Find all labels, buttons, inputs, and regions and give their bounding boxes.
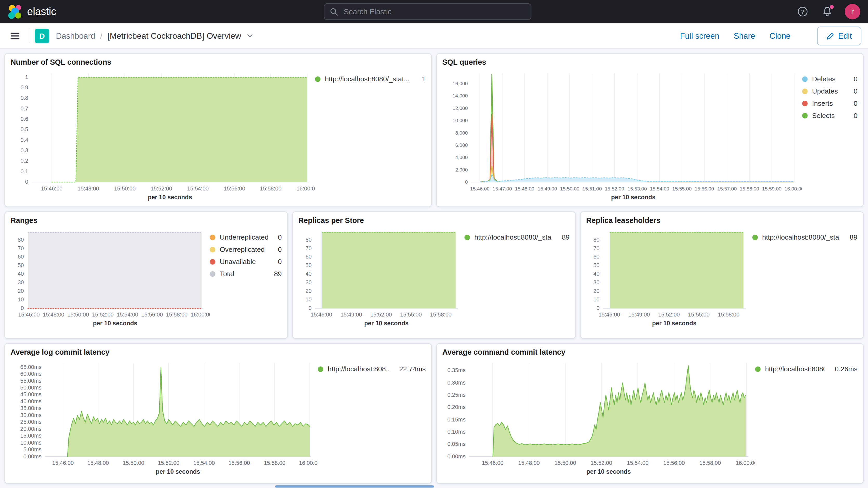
svg-text:45.00ms: 45.00ms: [20, 391, 41, 398]
svg-text:per 10 seconds: per 10 seconds: [611, 194, 656, 201]
search-input[interactable]: [343, 7, 525, 17]
svg-text:0: 0: [21, 305, 24, 311]
user-avatar[interactable]: r: [845, 4, 861, 20]
full-screen-button[interactable]: Full screen: [680, 31, 719, 40]
legend-series-dot: [752, 235, 757, 240]
panel-body: 0102030405060708015:46:0015:48:0015:50:0…: [10, 226, 282, 334]
panel-avg-log-commit-latency: Average log commit latency0.00ms5.00ms10…: [4, 343, 432, 484]
panel-title[interactable]: Average log commit latency: [10, 348, 426, 357]
svg-text:15:52:00: 15:52:00: [151, 186, 172, 192]
chart-avg-command-commit-latency[interactable]: 0.00ms0.05ms0.10ms0.15ms0.20ms0.25ms0.30…: [442, 358, 755, 479]
svg-text:15:47:00: 15:47:00: [493, 186, 512, 191]
svg-text:15:52:00: 15:52:00: [658, 311, 680, 318]
svg-text:15:52:00: 15:52:00: [158, 460, 180, 466]
legend: Deletes0Updates0Inserts0Selects0: [802, 67, 858, 202]
legend-series-label: http://localhost:8080...: [765, 365, 825, 373]
svg-text:15:46:00: 15:46:00: [311, 311, 332, 318]
svg-text:15:46:00: 15:46:00: [52, 460, 74, 466]
legend-item[interactable]: Selects0: [802, 112, 858, 120]
panel-title[interactable]: Average command commit latency: [442, 348, 858, 357]
svg-text:70: 70: [593, 245, 599, 251]
svg-text:0.30ms: 0.30ms: [447, 379, 466, 386]
svg-text:0.7: 0.7: [21, 105, 28, 112]
legend-item[interactable]: Underreplicated0: [210, 234, 282, 241]
svg-text:16:00:00: 16:00:00: [299, 460, 318, 466]
global-header: elastic ? r: [0, 0, 868, 23]
notifications-bell-icon[interactable]: [820, 5, 834, 18]
legend-item[interactable]: http://localhost:808...22.74ms: [318, 365, 426, 373]
legend-series-value: 0: [848, 75, 857, 83]
horizontal-scrollbar-thumb[interactable]: [275, 485, 434, 488]
panel-title[interactable]: Replica leaseholders: [586, 216, 857, 225]
svg-text:15:46:00: 15:46:00: [598, 311, 620, 318]
breadcrumb-dashboard-link[interactable]: Dashboard: [56, 31, 95, 40]
legend-item[interactable]: Deletes0: [802, 75, 858, 83]
elastic-home-link[interactable]: elastic: [8, 4, 56, 19]
panel-replica-leaseholders: Replica leaseholders0102030405060708015:…: [580, 212, 863, 339]
legend-item[interactable]: http://localhost:8080/_sta...89: [464, 234, 570, 241]
chart-ranges[interactable]: 0102030405060708015:46:0015:48:0015:50:0…: [10, 226, 210, 334]
legend-item[interactable]: Inserts0: [802, 99, 858, 107]
clone-button[interactable]: Clone: [770, 31, 790, 40]
global-search[interactable]: [324, 3, 531, 20]
svg-text:0.1: 0.1: [21, 169, 28, 175]
svg-text:6,000: 6,000: [455, 143, 468, 148]
svg-text:0: 0: [308, 305, 312, 311]
chart-sql-connections[interactable]: 00.10.20.30.40.50.60.70.80.9115:46:0015:…: [10, 67, 315, 202]
legend-series-value: 0: [848, 88, 857, 95]
svg-text:16:00:00: 16:00:00: [784, 186, 802, 191]
svg-text:15.00ms: 15.00ms: [20, 433, 41, 439]
svg-text:15:46:00: 15:46:00: [18, 311, 40, 318]
legend-series-dot: [210, 247, 215, 252]
legend-item[interactable]: http://localhost:8080/_sta...89: [752, 234, 857, 241]
svg-text:30: 30: [593, 279, 599, 285]
svg-text:20: 20: [305, 288, 312, 294]
svg-text:25.00ms: 25.00ms: [20, 419, 41, 425]
svg-text:15:50:00: 15:50:00: [123, 460, 144, 466]
legend-series-value: 89: [844, 234, 857, 241]
svg-text:15:58:00: 15:58:00: [264, 460, 285, 466]
help-icon[interactable]: ?: [796, 5, 809, 18]
legend-item[interactable]: Total89: [210, 270, 282, 278]
svg-text:15:49:00: 15:49:00: [538, 186, 557, 191]
legend-series-value: 1: [416, 75, 426, 83]
chart-replica-leaseholders[interactable]: 0102030405060708015:46:0015:49:0015:52:0…: [586, 226, 752, 334]
panel-title[interactable]: Replicas per Store: [298, 216, 570, 225]
edit-button[interactable]: Edit: [817, 26, 861, 45]
svg-text:15:54:00: 15:54:00: [187, 186, 209, 192]
svg-text:15:54:00: 15:54:00: [627, 460, 648, 466]
svg-text:15:52:00: 15:52:00: [591, 460, 612, 466]
svg-text:20.00ms: 20.00ms: [20, 426, 41, 432]
panel-title[interactable]: SQL queries: [442, 58, 858, 66]
chevron-down-icon[interactable]: [246, 32, 253, 39]
chart-sql-queries[interactable]: 02,0004,0006,0008,00010,00012,00014,0001…: [442, 67, 802, 202]
notification-dot: [830, 5, 834, 9]
svg-text:10: 10: [305, 297, 312, 303]
svg-text:4,000: 4,000: [455, 155, 468, 160]
legend-series-label: http://localhost:808...: [328, 365, 389, 373]
svg-text:5.00ms: 5.00ms: [23, 447, 41, 453]
chart-avg-log-commit-latency[interactable]: 0.00ms5.00ms10.00ms15.00ms20.00ms25.00ms…: [10, 358, 317, 479]
svg-text:50: 50: [305, 262, 312, 268]
svg-text:15:58:00: 15:58:00: [166, 311, 188, 318]
legend-item[interactable]: Overreplicated0: [210, 246, 282, 254]
legend-item[interactable]: http://localhost:8080/_stat...1: [315, 75, 426, 83]
svg-text:15:46:00: 15:46:00: [41, 186, 63, 192]
svg-text:0.10ms: 0.10ms: [447, 429, 466, 435]
share-button[interactable]: Share: [734, 31, 755, 40]
legend: http://localhost:8080/_sta...89: [752, 226, 857, 334]
elastic-logo-icon: [8, 4, 22, 19]
legend-item[interactable]: Updates0: [802, 88, 858, 95]
svg-text:0: 0: [25, 179, 28, 185]
legend-series-dot: [210, 259, 215, 265]
legend-item[interactable]: http://localhost:8080...0.26ms: [755, 365, 857, 373]
app-root: elastic ? r: [0, 0, 868, 488]
svg-text:2,000: 2,000: [455, 167, 468, 173]
svg-text:60.00ms: 60.00ms: [20, 371, 41, 377]
chart-replicas-per-store[interactable]: 0102030405060708015:46:0015:49:0015:52:0…: [298, 226, 464, 334]
panel-title[interactable]: Number of SQL connections: [10, 58, 426, 66]
panel-title[interactable]: Ranges: [10, 216, 282, 225]
legend-item[interactable]: Unavailable0: [210, 258, 282, 266]
toolbar-divider: [29, 29, 29, 43]
nav-menu-button[interactable]: [7, 27, 23, 44]
